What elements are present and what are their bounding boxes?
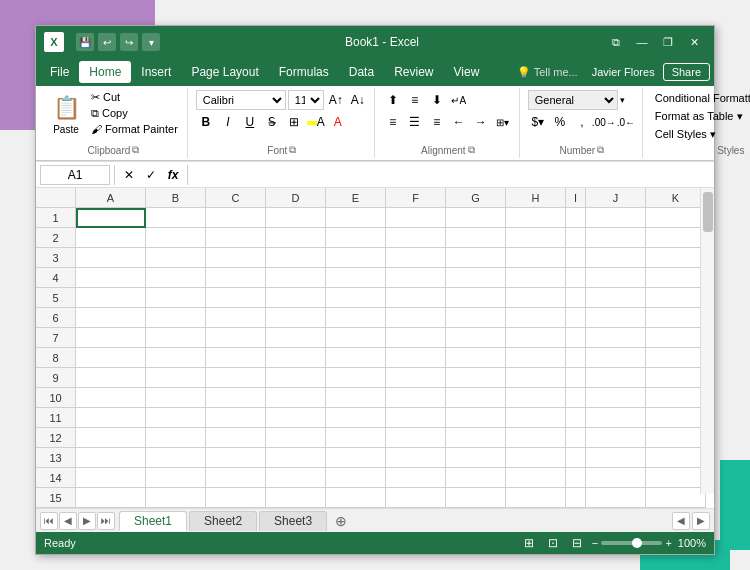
cell-C12[interactable] <box>206 428 266 448</box>
cell-I2[interactable] <box>566 228 586 248</box>
cell-H2[interactable] <box>506 228 566 248</box>
cell-I4[interactable] <box>566 268 586 288</box>
cell-F4[interactable] <box>386 268 446 288</box>
cell-J4[interactable] <box>586 268 646 288</box>
align-center-btn[interactable]: ☰ <box>405 112 425 132</box>
cell-H12[interactable] <box>506 428 566 448</box>
row-header-6[interactable]: 6 <box>36 308 76 328</box>
menu-insert[interactable]: Insert <box>131 61 181 83</box>
cell-K14[interactable] <box>646 468 706 488</box>
italic-btn[interactable]: I <box>218 112 238 132</box>
cell-H9[interactable] <box>506 368 566 388</box>
cell-H1[interactable] <box>506 208 566 228</box>
sheet-tab-sheet1[interactable]: Sheet1 <box>119 511 187 531</box>
redo-btn[interactable]: ↪ <box>120 33 138 51</box>
cell-A8[interactable] <box>76 348 146 368</box>
cell-A13[interactable] <box>76 448 146 468</box>
cell-D4[interactable] <box>266 268 326 288</box>
cell-G13[interactable] <box>446 448 506 468</box>
zoom-thumb[interactable] <box>632 538 642 548</box>
font-expand-icon[interactable]: ⧉ <box>289 144 296 156</box>
formula-confirm-btn[interactable]: ✓ <box>141 165 161 185</box>
cell-E8[interactable] <box>326 348 386 368</box>
cell-A3[interactable] <box>76 248 146 268</box>
minimize-btn[interactable]: — <box>630 30 654 54</box>
cell-H5[interactable] <box>506 288 566 308</box>
cell-B10[interactable] <box>146 388 206 408</box>
row-header-12[interactable]: 12 <box>36 428 76 448</box>
strikethrough-btn[interactable]: S̶ <box>262 112 282 132</box>
font-color-btn[interactable]: A <box>328 112 348 132</box>
cell-D11[interactable] <box>266 408 326 428</box>
save-quick-btn[interactable]: 💾 <box>76 33 94 51</box>
cell-K3[interactable] <box>646 248 706 268</box>
cell-E2[interactable] <box>326 228 386 248</box>
cell-B13[interactable] <box>146 448 206 468</box>
row-header-10[interactable]: 10 <box>36 388 76 408</box>
cell-K5[interactable] <box>646 288 706 308</box>
dec-dec-btn[interactable]: .0← <box>616 112 636 132</box>
indent-dec-btn[interactable]: ← <box>449 112 469 132</box>
percent-btn[interactable]: % <box>550 112 570 132</box>
cell-B14[interactable] <box>146 468 206 488</box>
vertical-scrollbar[interactable] <box>700 188 714 494</box>
cell-F8[interactable] <box>386 348 446 368</box>
cell-E12[interactable] <box>326 428 386 448</box>
cell-J2[interactable] <box>586 228 646 248</box>
cell-G1[interactable] <box>446 208 506 228</box>
indent-inc-btn[interactable]: → <box>471 112 491 132</box>
cell-D8[interactable] <box>266 348 326 368</box>
cell-G9[interactable] <box>446 368 506 388</box>
restore-down-btn[interactable]: ⧉ <box>604 30 628 54</box>
cell-styles-btn[interactable]: Cell Styles ▾ <box>651 126 750 143</box>
align-right-btn[interactable]: ≡ <box>427 112 447 132</box>
cell-B1[interactable] <box>146 208 206 228</box>
cell-I5[interactable] <box>566 288 586 308</box>
cell-B2[interactable] <box>146 228 206 248</box>
cell-G3[interactable] <box>446 248 506 268</box>
cell-C13[interactable] <box>206 448 266 468</box>
cell-H15[interactable] <box>506 488 566 508</box>
cell-G4[interactable] <box>446 268 506 288</box>
cell-B8[interactable] <box>146 348 206 368</box>
cell-F9[interactable] <box>386 368 446 388</box>
cell-G8[interactable] <box>446 348 506 368</box>
cell-A12[interactable] <box>76 428 146 448</box>
format-painter-button[interactable]: 🖌 Format Painter <box>88 122 181 136</box>
cell-F11[interactable] <box>386 408 446 428</box>
row-header-15[interactable]: 15 <box>36 488 76 508</box>
border-btn[interactable]: ⊞ <box>284 112 304 132</box>
cell-J10[interactable] <box>586 388 646 408</box>
row-header-9[interactable]: 9 <box>36 368 76 388</box>
zoom-track[interactable] <box>601 541 662 545</box>
cell-C8[interactable] <box>206 348 266 368</box>
cell-D2[interactable] <box>266 228 326 248</box>
cell-F14[interactable] <box>386 468 446 488</box>
align-left-btn[interactable]: ≡ <box>383 112 403 132</box>
cell-G12[interactable] <box>446 428 506 448</box>
cell-E14[interactable] <box>326 468 386 488</box>
maximize-btn[interactable]: ❐ <box>656 30 680 54</box>
sheet-right-left[interactable]: ◀ <box>672 512 690 530</box>
row-header-14[interactable]: 14 <box>36 468 76 488</box>
cell-K13[interactable] <box>646 448 706 468</box>
cell-G10[interactable] <box>446 388 506 408</box>
cell-D3[interactable] <box>266 248 326 268</box>
cell-F5[interactable] <box>386 288 446 308</box>
number-format-select[interactable]: General <box>528 90 618 110</box>
cell-F13[interactable] <box>386 448 446 468</box>
col-header-e[interactable]: E <box>326 188 386 208</box>
cell-I9[interactable] <box>566 368 586 388</box>
zoom-minus-btn[interactable]: − <box>592 537 598 549</box>
sheet-nav-last[interactable]: ⏭ <box>97 512 115 530</box>
cell-C14[interactable] <box>206 468 266 488</box>
cell-F12[interactable] <box>386 428 446 448</box>
page-break-view-btn[interactable]: ⊟ <box>568 534 586 552</box>
cell-C4[interactable] <box>206 268 266 288</box>
cell-J1[interactable] <box>586 208 646 228</box>
row-header-3[interactable]: 3 <box>36 248 76 268</box>
row-header-2[interactable]: 2 <box>36 228 76 248</box>
cell-A7[interactable] <box>76 328 146 348</box>
cell-C11[interactable] <box>206 408 266 428</box>
menu-file[interactable]: File <box>40 61 79 83</box>
